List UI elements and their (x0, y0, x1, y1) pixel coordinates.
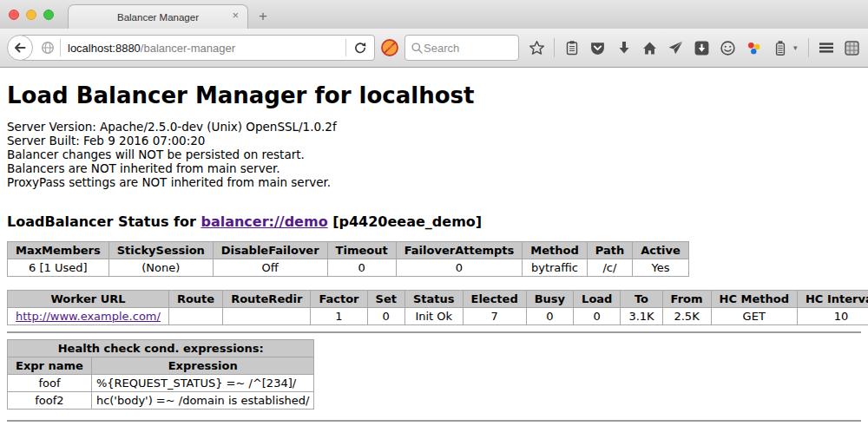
search-bar[interactable] (404, 35, 519, 61)
pocket-button[interactable] (589, 39, 607, 57)
bookmark-star-button[interactable] (528, 39, 546, 57)
hamburger-icon (818, 40, 835, 56)
grid-extension-button[interactable] (843, 39, 861, 57)
proxypass-warning-line: ProxyPass settings are NOT inherited fro… (7, 175, 861, 189)
col-header-hc-method: HC Method (711, 291, 797, 308)
cell-route (168, 308, 222, 325)
col-header-maxmembers: MaxMembers (8, 242, 109, 259)
table-header-row: Worker URL Route RouteRedir Factor Set S… (8, 291, 868, 308)
status-prefix: LoadBalancer Status for (7, 213, 201, 230)
tab-title: Balancer Manager (117, 12, 199, 23)
cell-active: Yes (633, 259, 689, 277)
col-header-factor: Factor (311, 291, 367, 308)
col-header-from: From (662, 291, 711, 308)
zoom-window-button[interactable] (43, 10, 54, 20)
cell-hc-method: GET (711, 308, 797, 325)
col-header-expr-name: Expr name (8, 357, 92, 375)
battery-extension-button[interactable] (771, 39, 789, 57)
cell-set: 0 (367, 308, 404, 325)
url-path: /balancer-manager (141, 42, 235, 55)
cell-expression: hc('body') =~ /domain is established/ (91, 392, 314, 410)
table-row: foof2 hc('body') =~ /domain is establish… (8, 392, 314, 410)
toolbar-separator (554, 38, 555, 57)
paper-plane-icon (667, 40, 684, 56)
page-title: Load Balancer Manager for localhost (7, 82, 861, 108)
bottom-divider (7, 420, 861, 422)
health-check-table: Health check cond. expressions: Expr nam… (7, 339, 314, 410)
cell-expr-name: foof (8, 375, 92, 392)
cell-from: 2.5K (662, 308, 711, 325)
col-header-failoverattempts: FailoverAttempts (396, 242, 523, 259)
worker-table: Worker URL Route RouteRedir Factor Set S… (7, 290, 868, 325)
navigation-toolbar: localhost:8880/balancer-manager (0, 29, 868, 68)
chevron-down-icon[interactable]: ▾ (793, 43, 798, 52)
cell-expr-name: foof2 (8, 392, 92, 410)
table-row: 6 [1 Used] (None) Off 0 0 bytraffic /c/ … (8, 259, 689, 277)
site-identity-globe-icon[interactable] (41, 41, 55, 55)
col-header-set: Set (367, 291, 404, 308)
persist-warning-line: Balancer changes will NOT be persisted o… (7, 147, 861, 161)
color-dots-icon (746, 40, 762, 56)
cell-timeout: 0 (327, 259, 396, 277)
tab-strip: Balancer Manager × + (0, 0, 868, 29)
balancer-params-table: MaxMembers StickySession DisableFailover… (7, 241, 689, 277)
browser-window: Balancer Manager × + localhost:8880/bala… (0, 0, 868, 426)
downloads-button[interactable] (615, 39, 633, 57)
back-arrow-icon (13, 41, 27, 55)
table-title-row: Health check cond. expressions: (8, 340, 314, 357)
color-dots-extension-button[interactable] (745, 39, 763, 57)
toolbar-separator (808, 38, 809, 57)
home-icon (641, 40, 658, 56)
worker-url-link[interactable]: http://www.example.com/ (16, 310, 161, 323)
home-button[interactable] (641, 39, 659, 57)
send-tab-button[interactable] (667, 39, 685, 57)
smiley-icon (720, 40, 736, 56)
back-button[interactable] (7, 35, 33, 61)
url-bar[interactable]: localhost:8880/balancer-manager (19, 35, 375, 61)
menu-button[interactable] (817, 39, 835, 57)
url-domain: localhost:8880 (68, 42, 141, 55)
col-header-active: Active (633, 242, 689, 259)
cell-maxmembers: 6 [1 Used] (8, 259, 109, 277)
col-header-status: Status (404, 291, 463, 308)
video-download-helper-button[interactable] (693, 39, 711, 57)
close-window-button[interactable] (9, 10, 19, 20)
window-controls (9, 10, 54, 20)
col-header-method: Method (523, 242, 587, 259)
search-input[interactable] (424, 42, 502, 55)
search-icon (411, 42, 424, 55)
cell-load: 0 (574, 308, 621, 325)
cell-failoverattempts: 0 (396, 259, 523, 277)
content-blocker-button[interactable] (380, 38, 399, 57)
cell-hc-interval: 10 (797, 308, 868, 325)
blocked-content-icon (380, 38, 399, 57)
reload-icon (353, 41, 367, 55)
chat-smiley-button[interactable] (719, 39, 737, 57)
urlbar-divider (60, 39, 61, 56)
cell-path: /c/ (587, 259, 632, 277)
reload-button[interactable] (346, 41, 374, 55)
tab-balancer-manager[interactable]: Balancer Manager × (68, 4, 248, 29)
cell-busy: 0 (526, 308, 573, 325)
col-header-elected: Elected (463, 291, 526, 308)
table-row: foof %{REQUEST_STATUS} =~ /^[234]/ (8, 375, 314, 392)
url-text[interactable]: localhost:8880/balancer-manager (68, 42, 345, 55)
star-icon (529, 40, 545, 56)
page-content: Load Balancer Manager for localhost Serv… (0, 82, 868, 422)
cell-expression: %{REQUEST_STATUS} =~ /^[234]/ (91, 375, 314, 392)
status-suffix: [p4420eeae_demo] (328, 213, 483, 230)
grid-icon (844, 40, 860, 56)
col-header-worker-url: Worker URL (8, 291, 169, 308)
table-header-row: MaxMembers StickySession DisableFailover… (8, 242, 689, 259)
tab-close-icon[interactable]: × (232, 10, 239, 22)
balancer-demo-link[interactable]: balancer://demo (201, 213, 327, 230)
worker-row: http://www.example.com/ 1 0 Init Ok 7 0 … (8, 308, 868, 325)
col-header-expression: Expression (91, 357, 314, 375)
col-header-route: Route (168, 291, 222, 308)
col-header-hc-interval: HC Interval (797, 291, 868, 308)
cell-worker-url: http://www.example.com/ (8, 308, 169, 325)
col-header-load: Load (574, 291, 621, 308)
new-tab-button[interactable]: + (259, 8, 267, 25)
bookmarks-menu-button[interactable] (562, 39, 581, 57)
minimize-window-button[interactable] (26, 10, 36, 20)
